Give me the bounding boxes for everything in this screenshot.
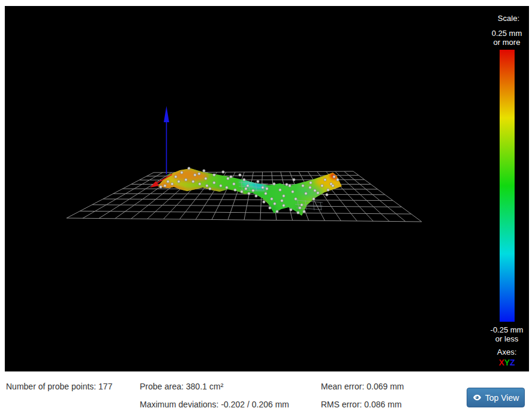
stat-mean-error: Mean error: 0.069 mm	[321, 382, 404, 391]
stat-probe-area: Probe area: 380.1 cm²	[140, 382, 223, 391]
statusbar: Number of probe points: 177 Probe area: …	[0, 371, 532, 417]
scale-max-value: 0.25 mm	[485, 29, 529, 38]
stat-rms-error: RMS error: 0.086 mm	[321, 400, 402, 409]
z-axis-arrow	[164, 106, 169, 174]
app-window: Scale: 0.25 mm or more -0.25 mm or less …	[0, 0, 532, 417]
probe-scene-svg[interactable]	[5, 6, 529, 371]
axes-title: Axes:	[485, 348, 529, 356]
scale-min-suffix: or less	[485, 334, 529, 343]
axes-xyz-label: XYZ	[485, 358, 529, 367]
stat-probe-points: Number of probe points: 177	[6, 382, 112, 391]
top-view-button[interactable]: Top View	[467, 388, 525, 407]
colorbar-gradient	[500, 50, 515, 322]
axis-z-letter: Z	[510, 358, 515, 367]
stat-max-deviations: Maximum deviations: -0.202 / 0.206 mm	[140, 400, 289, 409]
eye-icon	[473, 393, 482, 402]
axis-x-letter: X	[498, 358, 504, 367]
scale-max-suffix: or more	[485, 38, 529, 47]
scale-title: Scale:	[498, 14, 519, 23]
probe-3d-viewport[interactable]: Scale: 0.25 mm or more -0.25 mm or less …	[5, 6, 529, 371]
top-view-button-label: Top View	[485, 393, 519, 403]
scale-min-value: -0.25 mm	[485, 325, 529, 334]
scale-max-label: 0.25 mm or more	[485, 29, 529, 47]
axis-y-letter: Y	[504, 358, 510, 367]
scale-min-label: -0.25 mm or less	[485, 325, 529, 343]
